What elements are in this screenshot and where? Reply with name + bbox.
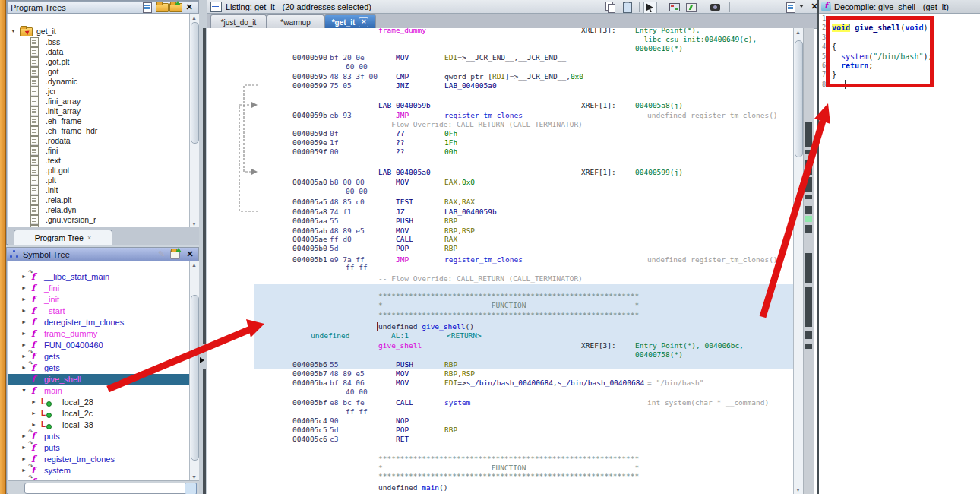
expander-icon[interactable]: ► — [21, 331, 27, 336]
tree-item[interactable]: .gnu.version_r — [8, 215, 199, 225]
edit-pencil-icon[interactable]: ✎ — [156, 249, 168, 259]
expander-icon[interactable]: ► — [21, 365, 27, 370]
overview-mark[interactable] — [805, 253, 812, 283]
symbol-item-puts[interactable]: ►f↷puts — [8, 442, 199, 454]
expander-icon[interactable]: ► — [21, 445, 27, 450]
symbol-item-system[interactable]: ►f↷system — [8, 465, 199, 477]
symbol-item-frame_dummy[interactable]: ►fframe_dummy — [8, 328, 199, 340]
symbol-item-gets[interactable]: ►f↷gets — [8, 363, 199, 374]
close-icon[interactable]: ✕ — [185, 249, 195, 259]
listing-line[interactable]: 00400590bf 20 0eMOVEDI=>__JCR_END__,__JC… — [207, 53, 793, 62]
overview-mark[interactable] — [805, 225, 812, 233]
tab-just-do-it[interactable]: *just_do_it — [210, 14, 267, 29]
listing-line[interactable]: 004005a548 85 c0TESTRAX,RAX — [207, 198, 793, 206]
listing-line[interactable]: 004005a0b8 00 00MOVEAX,0x0 — [207, 178, 793, 186]
symbol-item-deregister_tm_clones[interactable]: ►fderegister_tm_clones — [8, 317, 199, 328]
tree-item[interactable]: .jcr — [8, 87, 199, 97]
listing-line[interactable]: 004005bfe8 bc feCALLsystemint system(cha… — [207, 398, 793, 407]
overview-mark[interactable] — [805, 160, 812, 175]
close-icon[interactable]: ✕ — [184, 2, 194, 12]
listing-line[interactable]: __libc_csu_init:00400649(c), — [207, 35, 793, 43]
listing-line[interactable]: 004005ab48 89 e5MOVRBP,RSP — [207, 226, 793, 235]
listing-line[interactable]: 004005c490NOP — [207, 416, 793, 425]
listing-line[interactable]: 00400758(*) — [207, 350, 793, 359]
listing-line[interactable]: ****************************************… — [207, 472, 793, 480]
listing-line[interactable]: * FUNCTION * — [207, 301, 793, 309]
symbol-item-main[interactable]: ▼fmain — [8, 385, 199, 397]
tree-item[interactable]: .plt — [8, 176, 199, 185]
listing-line[interactable]: LAB_0040059bXREF[1]:004005a8(j) — [207, 101, 793, 109]
tree-item[interactable]: .data — [8, 47, 199, 57]
listing-line[interactable]: 00 00 — [207, 187, 793, 195]
listing-line[interactable]: 0040059beb 93JMPregister_tm_clonesundefi… — [207, 111, 793, 119]
listing-line[interactable]: 0040059548 83 3f 00CMPqword ptr [RDI]=>_… — [207, 72, 793, 81]
overview-mark[interactable] — [805, 150, 812, 154]
tab-program-tree[interactable]: Program Tree × — [14, 230, 112, 245]
listing-line[interactable]: 004005a874 f1JZLAB_0040059b — [207, 207, 793, 216]
symbol-item-local_28[interactable]: ►Llocal_28 — [8, 397, 199, 408]
tree-item[interactable]: .bss — [8, 37, 199, 47]
listing-line[interactable]: ****************************************… — [207, 311, 793, 319]
listing-scrollbar[interactable]: ▲ ▼ — [793, 28, 803, 494]
listing-line[interactable]: frame_dummyXREF[3]:Entry Point(*), — [207, 28, 793, 34]
overview-mark[interactable] — [805, 177, 812, 192]
tab-close-icon[interactable]: ✕ — [359, 17, 368, 27]
expander-icon[interactable]: ► — [21, 296, 27, 302]
overview-mark[interactable] — [805, 216, 812, 222]
listing-content[interactable]: frame_dummyXREF[3]:Entry Point(*),__libc… — [207, 28, 793, 494]
expander-icon[interactable]: ► — [31, 410, 36, 416]
expander-icon[interactable]: ► — [21, 456, 27, 461]
expander-icon[interactable]: ► — [21, 285, 27, 290]
expander-icon[interactable]: ► — [21, 353, 27, 359]
listing-line[interactable]: 004005aa55PUSHRBP — [207, 217, 793, 225]
listing-line[interactable]: give_shellXREF[3]:Entry Point(*), 004006… — [207, 341, 793, 350]
tree-item[interactable]: .got.plt — [8, 57, 199, 67]
paste-icon[interactable] — [621, 2, 634, 12]
symbol-item-FUN_00400460[interactable]: ►fFUN_00400460 — [8, 340, 199, 351]
expander-icon[interactable]: ► — [31, 422, 36, 427]
listing-line[interactable]: -- Flow Override: CALL_RETURN (CALL_TERM… — [207, 120, 793, 128]
listing-line[interactable]: 0040059e1f??1Fh — [207, 138, 793, 147]
symbol-item-give_shell[interactable]: fgive_shell — [8, 374, 199, 385]
listing-line[interactable]: undefined main() — [207, 483, 793, 492]
tab-close-icon[interactable]: × — [87, 234, 91, 242]
panel-splitter[interactable] — [199, 0, 207, 494]
listing-line[interactable]: 004005aeff d0CALLRAX — [207, 235, 793, 243]
expander-icon[interactable]: ► — [21, 342, 27, 347]
symbol-item-puts[interactable]: ►f↷puts — [8, 431, 199, 442]
tree-item[interactable]: .rodata — [8, 136, 199, 146]
toggle-code-icon[interactable] — [685, 2, 697, 12]
expander-icon[interactable]: ► — [21, 467, 27, 473]
listing-line[interactable]: undefined give_shell() — [207, 322, 793, 331]
tree-item[interactable]: .eh_frame — [8, 116, 199, 126]
listing-line[interactable]: 004005b655PUSHRBP — [207, 360, 793, 369]
expander-icon[interactable]: ▼ — [21, 388, 27, 393]
copy-icon[interactable] — [605, 2, 617, 12]
overview-mark[interactable] — [805, 344, 812, 349]
symbol-item-_init[interactable]: ►f_init — [8, 294, 199, 306]
tree-item[interactable]: .got — [8, 67, 199, 77]
listing-line[interactable]: 00600e10(*) — [207, 44, 793, 52]
tree-item[interactable]: .fini — [8, 146, 199, 156]
tree-item[interactable]: .rela.plt — [8, 195, 199, 205]
symbol-item-gets[interactable]: ►f↷gets — [8, 351, 199, 363]
edit-fields-icon[interactable] — [669, 2, 681, 12]
listing-line[interactable]: 0040059f00??00h — [207, 147, 793, 156]
tab-get-it[interactable]: *get_it ✕ — [324, 14, 376, 29]
expander-icon[interactable]: ► — [21, 319, 27, 325]
snapshot-icon[interactable] — [710, 2, 722, 12]
listing-line[interactable]: -- Flow Override: CALL_RETURN (CALL_TERM… — [207, 274, 793, 283]
listing-line[interactable]: 40 00 — [207, 388, 793, 396]
overview-mark[interactable] — [805, 331, 812, 339]
splitter-collapse-icon[interactable] — [200, 357, 204, 363]
expander-icon[interactable]: ► — [21, 308, 27, 313]
open-folder-icon[interactable] — [156, 2, 167, 12]
display-options-icon[interactable] — [786, 2, 798, 12]
listing-line[interactable]: ff ff — [207, 407, 793, 416]
listing-line[interactable]: 004005b748 89 e5MOVRBP,RSP — [207, 369, 793, 378]
overview-margin[interactable] — [803, 28, 814, 494]
tree-item-root[interactable]: ▼get_it — [8, 27, 199, 36]
listing-line[interactable]: LAB_004005a0XREF[1]:00400599(j) — [207, 168, 793, 176]
listing-line[interactable]: undefinedAL:1<RETURN> — [207, 331, 793, 340]
overview-mark[interactable] — [805, 206, 812, 214]
